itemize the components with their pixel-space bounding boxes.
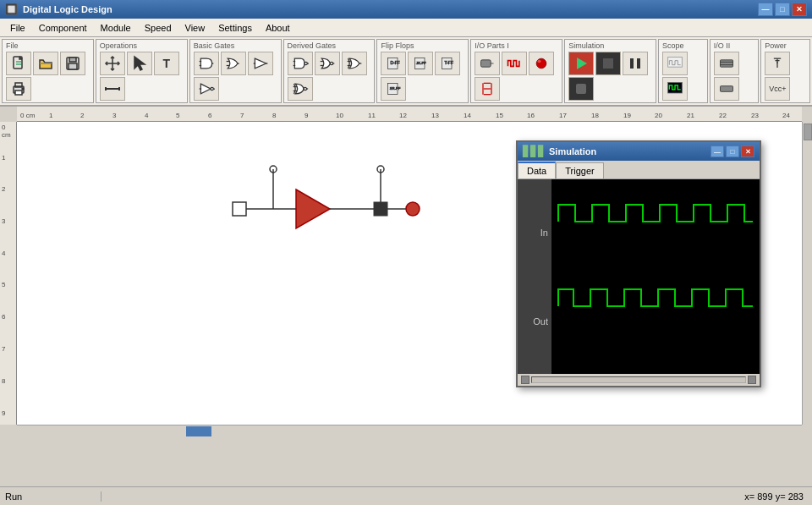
tff-button[interactable]: T-FF [435,52,460,75]
pause-button[interactable] [623,52,648,75]
ruler-mark: 3 [112,112,116,119]
jkff-button[interactable]: JK-FF [408,52,433,75]
buffer-button[interactable] [248,52,273,75]
text-button[interactable]: T [154,52,179,75]
ruler-mark: 22 [719,112,727,119]
svg-text:D-FF: D-FF [391,60,400,65]
new-button[interactable] [6,52,31,75]
scrollbar-right[interactable] [802,122,812,425]
ruler-left: 0 cm 1 2 3 4 5 6 7 8 9 [0,122,17,425]
menu-view[interactable]: View [178,21,212,35]
and-gate-button[interactable] [194,52,219,75]
menu-settings[interactable]: Settings [211,21,259,35]
scrollbar-bottom[interactable] [17,425,802,436]
menu-about[interactable]: About [259,21,297,35]
toolbar-group-operations-label: Operations [100,41,137,50]
svg-rect-71 [720,86,732,92]
srff-button[interactable]: SR-FF [381,77,406,101]
sim-close-button[interactable]: ✕ [741,145,754,157]
svg-point-10 [22,88,24,90]
ruler-mark: 17 [559,112,567,119]
toolbar-group-power-label: Power [765,41,787,50]
file-buttons [6,52,90,101]
output-led-button[interactable] [529,52,554,75]
scope-wave-button[interactable] [662,52,688,75]
ruler-mark-v: 8 [2,377,5,385]
scope-display-button[interactable] [662,77,688,101]
ruler-mark: 24 [782,112,790,119]
crosshair-button[interactable] [100,52,125,75]
select-button[interactable] [127,52,152,75]
toolbar-group-basic-gates: Basic Gates [189,39,282,103]
sim-label-in: In [521,228,548,238]
save-button[interactable] [60,52,85,75]
tab-trigger[interactable]: Trigger [556,162,603,178]
input-button[interactable] [475,52,500,75]
power-buttons: Vcc+ [765,52,806,101]
svg-point-31 [330,62,332,64]
toolbar-group-operations: Operations T [96,39,188,103]
hex-display-button[interactable] [475,77,500,101]
ruler-mark: 5 [176,112,179,119]
stop2-button[interactable] [568,77,594,101]
toolbar-group-file: File [2,39,94,103]
toolbar-group-io-parts-label: I/O Parts I [475,41,509,50]
sim-minimize-button[interactable]: — [710,145,724,157]
status-text: Run [0,491,102,502]
dff-button[interactable]: D-FF [381,52,406,75]
svg-point-27 [304,62,307,64]
svg-rect-6 [69,63,77,69]
status-bar: Run x= 899 y= 283 [0,486,812,505]
sim-maximize-button[interactable]: □ [726,145,739,157]
simulation-content: In Out [518,179,760,374]
svg-rect-8 [15,83,22,87]
ruler-mark: 6 [208,112,211,119]
sim-window-controls: — □ ✕ [710,145,754,157]
ruler-mark: 4 [145,112,148,119]
ruler-mark: 12 [399,112,407,119]
simulation-window: ▋▋▋ Simulation — □ ✕ Data Trigger In Out [516,140,761,387]
ruler-mark: 21 [687,112,694,119]
simulation-tabs: Data Trigger [518,161,760,179]
tab-data[interactable]: Data [518,162,556,178]
svg-rect-50 [481,60,491,67]
print-button[interactable] [6,77,31,101]
scope-buttons [662,52,704,101]
svg-rect-64 [637,58,640,69]
toolbar-group-power: Power Vcc+ [760,39,810,103]
stop-button[interactable] [595,52,621,75]
open-button[interactable] [33,52,58,75]
nand-gate-button[interactable] [288,52,313,75]
menu-speed[interactable]: Speed [138,21,178,35]
simulation-buttons [568,52,652,101]
xor-gate-button[interactable] [342,52,367,75]
io2-btn2[interactable] [714,77,739,101]
vcc-button[interactable] [765,52,790,75]
run-button[interactable] [568,52,594,75]
io2-btn1[interactable] [714,52,739,75]
simulation-labels: In Out [518,179,551,374]
minimize-button[interactable]: — [758,3,773,16]
ruler-mark: 13 [431,112,439,119]
nor-gate-button[interactable] [315,52,340,75]
clock-button[interactable] [502,52,527,75]
menu-module[interactable]: Module [94,21,138,35]
menu-component[interactable]: Component [32,21,94,35]
maximize-button[interactable]: □ [775,3,790,16]
not-gate-button[interactable] [194,77,219,101]
vcc-label-button[interactable]: Vcc+ [765,77,790,101]
xnor-gate-button[interactable] [288,77,313,101]
menu-file[interactable]: File [3,21,32,35]
wire-button[interactable] [100,77,125,101]
ruler-mark-v: 7 [2,345,5,353]
svg-text:T-FF: T-FF [445,60,454,65]
svg-rect-65 [576,84,586,94]
simulation-scrollbar[interactable] [518,374,760,386]
ruler-mark-v: 0 cm [2,124,16,139]
simulation-title: Simulation [549,146,710,156]
toolbar-group-derived-gates-label: Derived Gates [288,41,337,50]
close-button[interactable]: ✕ [792,3,807,16]
sim-title-icon: ▋▋▋ [523,145,546,157]
or-gate-button[interactable] [221,52,246,75]
svg-text:SR-FF: SR-FF [390,86,401,91]
